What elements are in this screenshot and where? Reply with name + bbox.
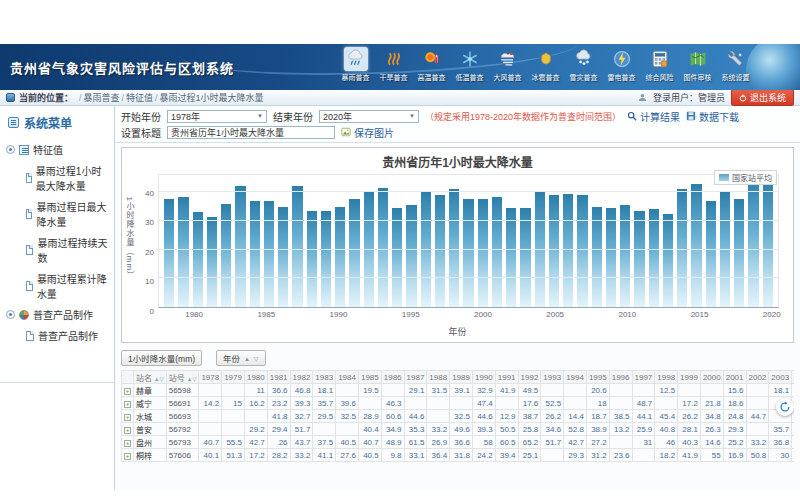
year-header-1979[interactable]: 1979 [222, 371, 245, 384]
nav-item-10[interactable]: 图件审核 [680, 47, 715, 82]
year-header-1983[interactable]: 1983 [313, 371, 336, 384]
year-header-1982[interactable]: 1982 [290, 371, 313, 384]
measure-field-chip[interactable]: 1小时降水量(mm) [121, 350, 202, 366]
tree-toggle-icon[interactable] [6, 310, 15, 319]
bar-2004[interactable] [535, 192, 545, 307]
bar-2020[interactable] [763, 181, 773, 307]
row-expand-icon[interactable]: + [124, 414, 131, 421]
nav-item-6[interactable]: 冰雹普查 [528, 47, 563, 82]
tree-group-1[interactable]: 特征值 [6, 139, 110, 160]
tree-leaf-2-1[interactable]: 普查产品制作 [6, 325, 110, 346]
bar-1987[interactable] [292, 186, 302, 307]
tree-leaf-1-2[interactable]: 暴雨过程日最大降水量 [6, 196, 110, 232]
bar-1999[interactable] [463, 199, 473, 307]
bar-2016[interactable] [706, 201, 716, 307]
refresh-button[interactable] [776, 398, 794, 416]
year-header-1987[interactable]: 1987 [404, 371, 427, 384]
id-header[interactable]: 站号▲▽ [166, 371, 199, 384]
tree-toggle-icon[interactable] [6, 145, 15, 154]
nav-item-1[interactable]: 暴雨普查 [338, 47, 373, 82]
bar-1993[interactable] [378, 188, 388, 307]
tree-leaf-1-1[interactable]: 暴雨过程1小时最大降水量 [6, 160, 110, 196]
start-year-select[interactable]: 1978年▼ [167, 110, 267, 123]
year-header-1990[interactable]: 1990 [472, 371, 495, 384]
bar-2019[interactable] [748, 178, 758, 307]
bar-1990[interactable] [335, 207, 345, 307]
year-header-1988[interactable]: 1988 [427, 371, 450, 384]
name-header[interactable]: 站名▲▽ [134, 371, 167, 384]
bar-1994[interactable] [392, 208, 402, 307]
bar-1981[interactable] [207, 217, 217, 307]
tree-group-2[interactable]: 普查产品制作 [6, 304, 110, 325]
year-header-1994[interactable]: 1994 [564, 371, 587, 384]
row-expand-icon[interactable]: + [124, 388, 131, 395]
row-expand-icon[interactable]: + [124, 401, 131, 408]
logout-button[interactable]: 退出系统 [731, 89, 794, 106]
bar-1985[interactable] [264, 201, 274, 307]
year-header-1980[interactable]: 1980 [244, 371, 267, 384]
bar-1979[interactable] [178, 197, 188, 307]
nav-item-11[interactable]: 系统设置 [718, 47, 753, 82]
year-header-1985[interactable]: 1985 [358, 371, 381, 384]
nav-item-4[interactable]: 低温普查 [452, 47, 487, 82]
bar-2000[interactable] [478, 199, 488, 307]
row-expand-icon[interactable]: + [124, 440, 131, 447]
bar-1988[interactable] [307, 211, 317, 307]
breadcrumb-item-3[interactable]: 暴雨过程1小时最大降水量 [160, 93, 264, 103]
sort-arrows-icon[interactable]: ▲▽ [154, 376, 164, 382]
bar-2002[interactable] [506, 208, 516, 307]
row-expand-icon[interactable]: + [124, 427, 131, 434]
bar-1984[interactable] [250, 201, 260, 307]
bar-2006[interactable] [563, 194, 573, 307]
year-header-1981[interactable]: 1981 [267, 371, 290, 384]
year-header-2004[interactable]: 2004 [792, 371, 794, 384]
year-header-1992[interactable]: 1992 [518, 371, 541, 384]
breadcrumb-item-2[interactable]: 特征值 [126, 93, 153, 103]
bar-1997[interactable] [435, 195, 445, 307]
nav-item-5[interactable]: 大风普查 [490, 47, 525, 82]
nav-item-2[interactable]: 干旱普查 [376, 47, 411, 82]
bar-2009[interactable] [606, 208, 616, 307]
bar-2011[interactable] [634, 211, 644, 307]
year-header-1986[interactable]: 1986 [381, 371, 404, 384]
year-header-1998[interactable]: 1998 [655, 371, 678, 384]
chart-title-input[interactable] [167, 126, 335, 139]
bar-1989[interactable] [321, 211, 331, 307]
bar-1978[interactable] [164, 199, 174, 307]
bar-1996[interactable] [421, 192, 431, 307]
year-header-1995[interactable]: 1995 [586, 371, 609, 384]
nav-item-7[interactable]: 雪灾普查 [566, 47, 601, 82]
bar-2012[interactable] [649, 209, 659, 307]
year-header-1978[interactable]: 1978 [199, 371, 222, 384]
year-header-2000[interactable]: 2000 [700, 371, 723, 384]
year-header-1999[interactable]: 1999 [678, 371, 701, 384]
year-header-1989[interactable]: 1989 [450, 371, 473, 384]
nav-item-8[interactable]: 雷电普查 [604, 47, 639, 82]
breadcrumb-item-1[interactable]: 暴雨普查 [84, 93, 120, 103]
row-expand-icon[interactable]: + [124, 453, 131, 460]
end-year-select[interactable]: 2020年▼ [319, 110, 419, 123]
bar-1983[interactable] [235, 186, 245, 307]
tree-leaf-1-4[interactable]: 暴雨过程累计降水量 [6, 268, 110, 304]
nav-item-9[interactable]: 综合风险 [642, 47, 677, 82]
year-header-2001[interactable]: 2001 [723, 371, 746, 384]
bar-2001[interactable] [492, 197, 502, 307]
column-field-chip[interactable]: 年份 ▲ ▽ [216, 350, 266, 366]
save-image-button[interactable]: 保存图片 [341, 125, 394, 140]
year-header-1993[interactable]: 1993 [541, 371, 564, 384]
bar-1991[interactable] [349, 199, 359, 307]
calculate-button[interactable]: 计算结果 [627, 109, 680, 124]
bar-1986[interactable] [278, 207, 288, 307]
bar-2018[interactable] [734, 199, 744, 307]
bar-2003[interactable] [520, 208, 530, 307]
bar-2013[interactable] [663, 214, 673, 307]
tree-leaf-1-3[interactable]: 暴雨过程持续天数 [6, 232, 110, 268]
bar-2007[interactable] [577, 195, 587, 307]
bar-2005[interactable] [549, 195, 559, 307]
year-header-1997[interactable]: 1997 [632, 371, 655, 384]
bar-2008[interactable] [592, 207, 602, 307]
year-header-2002[interactable]: 2002 [746, 371, 769, 384]
year-header-1996[interactable]: 1996 [609, 371, 632, 384]
nav-item-3[interactable]: 高温普查 [414, 47, 449, 82]
year-header-1984[interactable]: 1984 [336, 371, 359, 384]
